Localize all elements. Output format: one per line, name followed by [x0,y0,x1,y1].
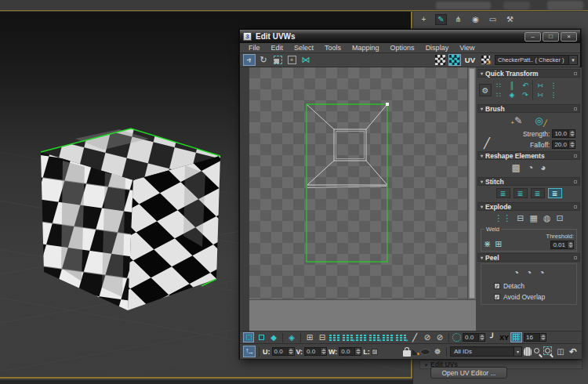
menu-select[interactable]: Select [289,44,319,52]
menu-mapping[interactable]: Mapping [347,44,385,52]
falloff-line-icon[interactable]: ╱ [484,137,490,149]
peel-mode-icon[interactable]: ◔ [526,267,532,278]
distribute-icon[interactable]: ⋮ [549,82,558,89]
face-mode-button[interactable]: ◆ [268,332,279,342]
v-spinner[interactable]: 0.0 [304,347,327,356]
align-center-icon[interactable]: ◈ [507,92,517,99]
scale-tool-button[interactable] [271,54,284,66]
relax-brush-icon[interactable]: ◎ ╱ [535,116,543,126]
menu-tools[interactable]: Tools [319,44,347,52]
grow-ring-button[interactable]: + [369,333,381,342]
falloff-curve-icon[interactable]: ╯ [487,332,498,342]
uv-space-button[interactable]: UV [462,56,478,64]
material-id-filter-dropdown[interactable]: All IDs ▾ [450,346,522,357]
explode-to-faces-icon[interactable]: ▦ [529,213,537,223]
close-button[interactable]: × [561,32,577,42]
explode-by-smoothing-icon[interactable]: ⊡ [557,213,564,223]
grid-size-spinner[interactable]: 16 [524,333,546,342]
pelt-triangle-icon[interactable]: ◣ [412,347,419,356]
motion-tab-icon[interactable]: ◉ [470,14,481,25]
w-spinner[interactable]: 0.0 [339,347,361,356]
break-icon[interactable]: ⋮⋮ [494,213,511,223]
falloff-spinner[interactable]: 20.0 [552,140,575,149]
map-options-button[interactable]: ⚙ [479,54,492,66]
selected-uv-vertex[interactable] [386,103,389,106]
quick-transform-header[interactable]: ▾ Quick Transform [477,69,580,78]
utilities-tab-icon[interactable]: ⚒ [504,14,516,25]
soft-selection-icon[interactable] [452,333,461,342]
scrollbar-thumb[interactable] [469,68,475,299]
checkered-cube[interactable] [41,129,220,310]
paint-select-add-button[interactable]: ⊘ [422,332,433,342]
mirror-tool-button[interactable]: ⋈ [299,54,312,66]
absolute-mode-button[interactable]: ↑ → [243,346,256,357]
shrink-selection-button[interactable]: ⊟ [317,332,328,342]
weld-selected-icon[interactable]: ⋇ [484,239,491,249]
vertex-mode-button[interactable] [243,332,254,342]
grow-selection-button[interactable]: ⊞ [304,332,315,342]
stitch-custom-icon[interactable]: ≣ [496,188,510,198]
quick-peel-icon[interactable]: ◔ [514,267,519,278]
rotate-ccw-icon[interactable]: ↶ [521,82,530,89]
peel-header[interactable]: ▾ Peel [477,253,580,262]
straighten-element-icon[interactable]: ◕ [540,162,546,173]
stitch-to-target-icon[interactable]: ≣ [514,188,528,198]
dialog-title-bar[interactable]: 3 Edit UVWs – □ × [240,30,580,43]
detach-checkbox[interactable]: ✓ [494,283,500,289]
checker-tiling-button[interactable] [448,54,461,66]
create-tab-icon[interactable]: + [418,14,430,25]
stitch-to-source-icon[interactable]: ≣ [531,188,545,198]
menu-view[interactable]: View [454,44,480,52]
detach-checkbox-row[interactable]: ✓ Detach [483,281,575,292]
ellipse-filter-icon[interactable] [420,349,430,355]
zoom-to-gizmo-icon[interactable]: ↶ [568,346,579,357]
menu-display[interactable]: Display [420,44,455,52]
weld-all-icon[interactable]: ⊞ [495,239,502,249]
stitch-header[interactable]: ▾ Stitch [477,177,580,186]
zoom-icon[interactable] [533,347,543,357]
pelt-map-icon[interactable]: ◔ [539,267,544,278]
u-spinner[interactable]: 0.0 [272,347,295,356]
soft-selection-spinner[interactable]: 0.0 [463,333,485,342]
menu-options[interactable]: Options [385,44,420,52]
explode-to-vertices-icon[interactable]: ⊟ [517,213,524,223]
modify-tab-icon[interactable]: ✎ [435,14,447,25]
open-uv-editor-button[interactable]: Open UV Editor ... [430,367,507,379]
align-horizontal-icon[interactable]: ∷ [494,82,503,89]
grow-loop-button[interactable]: + [343,333,354,342]
element-mode-button[interactable]: ◈ [286,332,297,342]
pan-hand-icon[interactable] [524,347,532,356]
threshold-spinner[interactable]: 0.01 [550,241,574,249]
lock-icon[interactable] [403,350,411,357]
explode-by-material-icon[interactable]: ◍ [543,213,551,223]
brush-header[interactable]: ▾ Brush [477,104,580,113]
relax-element-icon[interactable]: ◔ [528,162,533,173]
reshape-grid-icon[interactable]: ▩ [512,162,521,173]
limit-to-grid-button[interactable] [510,332,522,342]
paint-move-brush-icon[interactable]: ✎ + [514,116,522,126]
select-by-ring-button[interactable] [356,333,368,342]
menu-file[interactable]: File [243,44,266,52]
align-vertical-icon[interactable]: ∷ [494,92,503,99]
lock-selected-checkbox[interactable]: ✓ [372,349,378,355]
ring-mode-button[interactable]: + [396,333,408,342]
display-tab-icon[interactable]: ▭ [487,14,499,25]
space-vertical-icon[interactable]: ∺ [535,92,545,99]
zoom-region-icon[interactable] [544,347,554,357]
space-horizontal-icon[interactable]: ∺ [535,82,545,89]
menu-edit[interactable]: Edit [266,44,289,52]
material-selector-dropdown[interactable]: CheckerPatt.. ( Checker ) ▾ [495,55,578,65]
move-tool-button[interactable]: ↔ ↔ [243,54,256,66]
maximize-button[interactable]: □ [543,32,559,42]
paint-select-button[interactable]: ╱ [409,332,420,342]
rotate-tool-button[interactable]: ↻ [257,54,270,66]
strength-spinner[interactable]: 10.0 [552,129,575,138]
avoid-overlap-checkbox-row[interactable]: ✓ Avoid Overlap [483,292,575,302]
transform-gear-icon[interactable]: ⚙ [479,84,492,96]
reshape-elements-header[interactable]: ▾ Reshape Elements [477,151,580,160]
minimize-button[interactable]: – [524,32,541,42]
freeform-tool-button[interactable]: + [285,54,298,66]
xy-space-button[interactable]: XY [499,334,509,342]
avoid-overlap-checkbox[interactable]: ✓ [494,294,500,300]
paint-select-subtract-button[interactable]: ⊘ [434,332,445,342]
